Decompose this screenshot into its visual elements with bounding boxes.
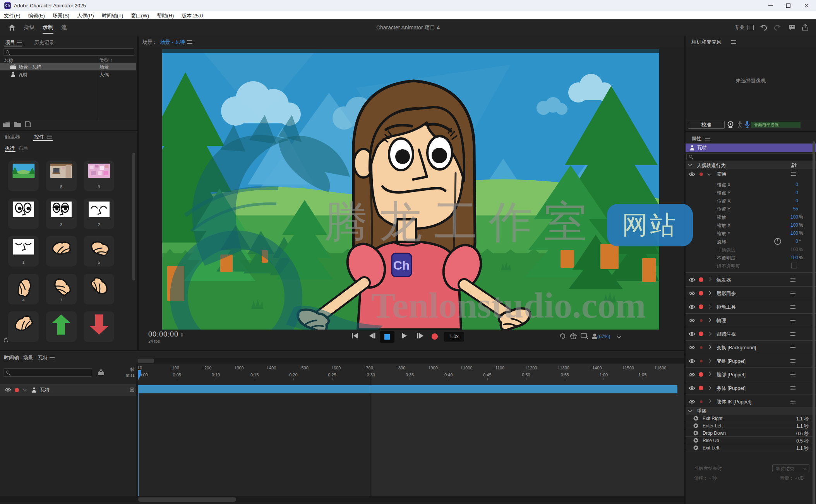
snapshot-icon[interactable] bbox=[570, 333, 577, 340]
calibrate-button[interactable]: 校准 bbox=[688, 121, 725, 129]
menu-item-0[interactable]: 文件(F) bbox=[0, 11, 24, 19]
control-cell-scene-green[interactable] bbox=[8, 161, 39, 191]
menu-item-3[interactable]: 人偶(P) bbox=[73, 11, 98, 19]
loop-icon[interactable] bbox=[559, 333, 566, 339]
control-cell-face-sleepy[interactable]: 1 bbox=[8, 236, 39, 267]
toolbar-tab-2[interactable]: 流 bbox=[61, 24, 67, 31]
properties-scrollbar[interactable] bbox=[813, 141, 815, 504]
control-cell-eyes-bored[interactable]: 3 bbox=[46, 198, 77, 229]
scene-panel-menu-icon[interactable] bbox=[187, 40, 192, 44]
scene-canvas[interactable]: Ch 腾龙工作室 Tenlonstudio.com bbox=[162, 49, 659, 330]
replay-row-4[interactable]: Exit Left1.1 秒 bbox=[686, 444, 813, 451]
control-cell-scene-room[interactable]: 8 bbox=[46, 161, 77, 191]
timeline-zoombar[interactable] bbox=[138, 358, 684, 364]
control-cell-arrow-up[interactable] bbox=[46, 311, 77, 342]
tab-project[interactable]: 项目 bbox=[5, 39, 15, 46]
home-icon[interactable] bbox=[9, 24, 15, 31]
control-cell-hand-1[interactable] bbox=[46, 236, 77, 267]
control-cell-hand-2[interactable]: 5 bbox=[84, 236, 114, 267]
selected-puppet-row[interactable]: 瓦特 bbox=[686, 144, 816, 152]
behavior-menu-icon[interactable] bbox=[791, 172, 796, 176]
property-value[interactable]: 100 bbox=[790, 222, 798, 228]
property-value[interactable]: 100 bbox=[790, 255, 798, 260]
undo-icon[interactable] bbox=[760, 24, 767, 31]
project-panel-menu-icon[interactable] bbox=[17, 41, 22, 44]
eye-icon[interactable] bbox=[689, 172, 695, 176]
screen-share-icon[interactable] bbox=[581, 333, 588, 339]
panel-layout-icon[interactable] bbox=[747, 25, 754, 30]
maximize-button[interactable] bbox=[780, 0, 797, 11]
control-cell-scene-pink[interactable]: 9 bbox=[84, 161, 114, 191]
close-button[interactable] bbox=[797, 0, 815, 11]
behavior-row-7[interactable]: 脸部 [Puppet] bbox=[686, 368, 816, 381]
timeline-search-input[interactable] bbox=[3, 368, 92, 377]
tab-triggers[interactable]: 触发器 bbox=[5, 133, 20, 140]
track-row[interactable]: 瓦特 bbox=[0, 384, 136, 396]
step-forward-button[interactable] bbox=[417, 333, 424, 339]
expand-icon[interactable] bbox=[708, 172, 711, 176]
feedback-icon[interactable] bbox=[789, 24, 795, 30]
control-cell-hand-5[interactable] bbox=[84, 274, 114, 304]
trigger-end-dropdown[interactable]: 等待结束 bbox=[772, 464, 809, 472]
control-cell-arrow-down[interactable] bbox=[84, 311, 114, 342]
section-replays[interactable]: 重播 bbox=[686, 407, 816, 415]
minimize-button[interactable] bbox=[762, 0, 780, 11]
timeline-scrollbar[interactable] bbox=[138, 497, 236, 502]
properties-panel-menu-icon[interactable] bbox=[705, 137, 710, 140]
project-search-input[interactable] bbox=[3, 48, 134, 56]
behavior-row-2[interactable]: 拖动工具 bbox=[686, 300, 816, 314]
new-folder-icon[interactable] bbox=[14, 121, 21, 127]
scene-header-name[interactable]: 场景 - 瓦特 bbox=[160, 39, 185, 46]
arm-record-dot[interactable] bbox=[699, 173, 703, 176]
workspace-label[interactable]: 专业 bbox=[734, 24, 744, 31]
redo-icon[interactable] bbox=[774, 24, 781, 31]
camera-icon[interactable] bbox=[727, 121, 734, 128]
timeline-tool-icon[interactable] bbox=[98, 369, 105, 376]
go-to-start-button[interactable] bbox=[351, 333, 358, 339]
replay-row-2[interactable]: Drop Down0.6 秒 bbox=[686, 429, 813, 437]
menu-item-4[interactable]: 时间轴(T) bbox=[98, 11, 127, 19]
property-value[interactable]: 100 bbox=[790, 214, 798, 220]
menu-item-1[interactable]: 编辑(E) bbox=[24, 11, 49, 19]
play-button[interactable] bbox=[401, 333, 408, 339]
project-row-0[interactable]: 场景 - 瓦特场景 bbox=[0, 63, 136, 70]
property-value[interactable]: 0 bbox=[795, 190, 798, 195]
new-scene-icon[interactable] bbox=[3, 121, 11, 127]
camera-panel-menu-icon[interactable] bbox=[731, 40, 736, 44]
replay-row-3[interactable]: Rise Up0.5 秒 bbox=[686, 437, 813, 444]
step-back-button[interactable] bbox=[369, 333, 376, 339]
property-value[interactable]: 0 bbox=[795, 239, 798, 244]
behavior-row-5[interactable]: 变换 [Background] bbox=[686, 341, 816, 354]
controls-panel-menu-icon[interactable] bbox=[47, 135, 52, 138]
properties-search-input[interactable] bbox=[686, 153, 815, 160]
control-cell-eyes-closed[interactable]: 2 bbox=[84, 198, 114, 229]
replay-row-0[interactable]: Exit Right1.1 秒 bbox=[686, 415, 813, 422]
property-value[interactable]: 100 bbox=[790, 231, 798, 236]
property-value[interactable]: 0 bbox=[795, 182, 798, 187]
controls-scrollbar[interactable] bbox=[132, 153, 135, 280]
control-cell-hand-4[interactable]: 7 bbox=[46, 274, 77, 304]
new-puppet-icon[interactable] bbox=[25, 121, 31, 127]
collapse-icon[interactable] bbox=[23, 388, 27, 391]
behavior-row-3[interactable]: 物理 bbox=[686, 314, 816, 327]
group-opacity-checkbox[interactable] bbox=[791, 263, 797, 268]
control-cell-eyes-open[interactable] bbox=[8, 198, 39, 229]
menu-item-7[interactable]: 版本 25.0 bbox=[178, 11, 207, 19]
behavior-row-4[interactable]: 眼睛注视 bbox=[686, 327, 816, 341]
stop-button[interactable] bbox=[380, 331, 394, 343]
subtab-layout[interactable]: 布局 bbox=[18, 145, 28, 152]
eye-icon[interactable] bbox=[5, 388, 11, 392]
timeline-lane[interactable]: 0100200300400500600700800900100011001200… bbox=[138, 364, 684, 496]
behavior-row-6[interactable]: 变换 [Puppet] bbox=[686, 354, 816, 368]
control-cell-hand-6[interactable] bbox=[8, 311, 39, 342]
tab-controls[interactable]: 控件 bbox=[34, 133, 44, 140]
zoom-level[interactable]: (67%) bbox=[597, 334, 610, 339]
refresh-icon[interactable] bbox=[3, 337, 9, 343]
playback-speed[interactable]: 1.0x bbox=[444, 332, 464, 342]
property-value[interactable]: 55 bbox=[793, 206, 798, 212]
property-value[interactable]: 100 bbox=[790, 247, 798, 252]
record-button[interactable] bbox=[432, 333, 438, 340]
section-track-behaviors[interactable]: 人偶轨道行为 bbox=[686, 161, 816, 169]
property-value[interactable]: 0 bbox=[795, 198, 798, 203]
track-mode-icon[interactable] bbox=[129, 387, 135, 393]
